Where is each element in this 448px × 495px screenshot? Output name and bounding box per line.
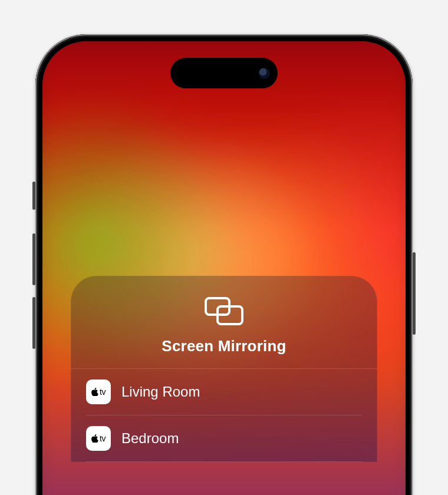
mute-switch[interactable] xyxy=(32,182,35,210)
screen-mirroring-icon xyxy=(203,296,245,329)
screen-mirroring-sheet: Screen Mirroring tv Living Room xyxy=(71,276,377,462)
device-row-bedroom[interactable]: tv Bedroom xyxy=(71,415,377,461)
sheet-title: Screen Mirroring xyxy=(71,337,377,355)
svg-rect-1 xyxy=(218,306,242,324)
phone-frame: Screen Mirroring tv Living Room xyxy=(35,34,413,495)
volume-down-button[interactable] xyxy=(32,297,35,349)
device-row-living-room[interactable]: tv Living Room xyxy=(71,369,377,415)
phone-screen: Screen Mirroring tv Living Room xyxy=(42,41,406,495)
divider xyxy=(86,461,362,462)
device-label: Bedroom xyxy=(121,430,179,447)
apple-tv-icon: tv xyxy=(86,380,111,404)
device-label: Living Room xyxy=(121,384,200,400)
side-button[interactable] xyxy=(413,252,416,335)
dynamic-island xyxy=(170,58,278,88)
volume-up-button[interactable] xyxy=(32,233,35,285)
apple-tv-icon: tv xyxy=(86,426,111,451)
front-camera xyxy=(258,67,271,80)
sheet-header: Screen Mirroring xyxy=(71,276,377,368)
